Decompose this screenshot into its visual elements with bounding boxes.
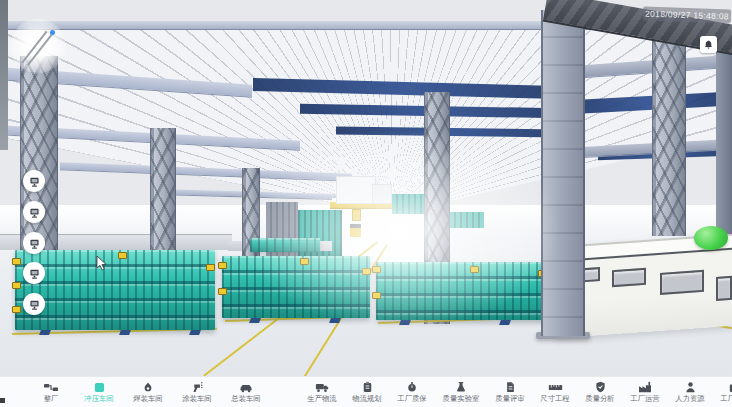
monitor-icon xyxy=(28,298,41,311)
distant-machine xyxy=(336,176,376,204)
mouse-cursor xyxy=(96,256,108,272)
yellow-fitting xyxy=(218,288,227,295)
tab-label: 人力资源 xyxy=(675,395,704,402)
yellow-fitting xyxy=(12,282,21,289)
yellow-fitting xyxy=(218,262,227,269)
person-icon xyxy=(685,381,696,393)
compass-widget[interactable] xyxy=(10,18,66,74)
tab-label: 工厂财务 xyxy=(720,395,732,402)
yellow-fitting xyxy=(118,252,127,259)
yellow-fitting xyxy=(300,258,309,265)
tab-label: 焊装车间 xyxy=(133,395,162,402)
foreground-steel-column xyxy=(541,10,585,336)
tab-label: 总装车间 xyxy=(231,395,260,402)
stamping-icon xyxy=(94,381,105,393)
teal-rack xyxy=(444,212,484,228)
tab-label: 冲压车间 xyxy=(84,395,113,402)
block-support-foot xyxy=(399,320,411,325)
tab-factory-operations[interactable]: 工厂运营 xyxy=(629,381,661,403)
teal-block-stack xyxy=(376,262,546,320)
corner-artifact xyxy=(0,398,5,403)
monitor-hotspot-button[interactable] xyxy=(23,293,45,315)
flask-icon xyxy=(455,381,467,393)
truck-icon xyxy=(315,381,329,393)
tab-label: 工厂运营 xyxy=(630,395,659,402)
tab-production-logistics[interactable]: 生产物流 xyxy=(306,381,338,403)
module-tabs-group: 生产物流 物流规划 工厂质保 质量实验室 xyxy=(306,381,732,403)
tab-factory-finance[interactable]: 工厂财务 xyxy=(719,381,732,403)
monitor-hotspot-button[interactable] xyxy=(23,201,45,223)
plant-overview-icon xyxy=(44,381,58,393)
compass-north-dot xyxy=(50,30,55,35)
office-window xyxy=(716,276,732,301)
block-support-foot xyxy=(39,330,51,335)
workshop-tabs-group: 整厂 冲压车间 焊装车间 涂装车间 xyxy=(36,381,262,403)
tab-label: 尺寸工程 xyxy=(540,395,569,402)
tab-stamping-workshop[interactable]: 冲压车间 xyxy=(83,381,115,403)
paint-spray-icon xyxy=(191,381,204,393)
clipboard-icon xyxy=(362,381,373,393)
block-support-foot xyxy=(329,318,341,323)
shield-icon xyxy=(595,381,606,393)
office-window xyxy=(660,270,704,295)
teal-block-stack xyxy=(250,238,320,252)
tab-quality-review[interactable]: 质量评审 xyxy=(494,381,526,403)
tab-quality-laboratory[interactable]: 质量实验室 xyxy=(441,381,481,403)
scene-3d-viewport[interactable]: 2018/09/27 15:48:08 xyxy=(0,0,732,376)
left-edge-column xyxy=(0,0,8,150)
block-support-foot xyxy=(189,330,201,335)
block-support-foot xyxy=(499,320,511,325)
steel-lattice-column xyxy=(652,24,686,236)
tab-label: 工厂质保 xyxy=(397,395,426,402)
tab-label: 质量评审 xyxy=(495,395,524,402)
welding-flame-icon xyxy=(142,381,154,393)
teal-block-stack xyxy=(222,256,370,318)
compass-needle xyxy=(21,31,47,64)
tab-welding-workshop[interactable]: 焊装车间 xyxy=(132,381,164,403)
teal-block-stack xyxy=(15,250,215,330)
tab-dimensional-engineering[interactable]: 尺寸工程 xyxy=(539,381,571,403)
monitor-hotspot-button[interactable] xyxy=(23,262,45,284)
roof-apex-beam xyxy=(0,21,590,30)
assembly-car-icon xyxy=(239,381,253,393)
tab-plant-overview[interactable]: 整厂 xyxy=(36,381,66,403)
yellow-fitting xyxy=(206,264,215,271)
monitor-hotspot-button[interactable] xyxy=(23,232,45,254)
block-support-foot xyxy=(119,330,131,335)
stopwatch-icon xyxy=(406,381,418,393)
ruler-icon xyxy=(548,381,563,393)
tab-label: 涂装车间 xyxy=(182,395,211,402)
monitor-icon xyxy=(28,175,41,188)
bottom-toolbar: 整厂 冲压车间 焊装车间 涂装车间 xyxy=(0,376,732,407)
distant-machine xyxy=(372,184,392,204)
notification-bell-button[interactable] xyxy=(700,36,717,53)
monitor-icon xyxy=(28,206,41,219)
tab-logistics-planning[interactable]: 物流规划 xyxy=(351,381,383,403)
poi-marker-green[interactable] xyxy=(694,226,728,250)
tab-label: 质量分析 xyxy=(585,395,614,402)
teal-rack xyxy=(392,194,428,214)
tab-label: 物流规划 xyxy=(352,395,381,402)
tab-label: 生产物流 xyxy=(307,395,336,402)
tab-human-resources[interactable]: 人力资源 xyxy=(674,381,706,403)
monitor-hotspot-button[interactable] xyxy=(23,170,45,192)
yellow-fitting xyxy=(470,266,479,273)
monitor-icon xyxy=(28,267,41,280)
tab-quality-analysis[interactable]: 质量分析 xyxy=(584,381,616,403)
crane-hoist xyxy=(352,209,361,221)
monitor-icon xyxy=(28,237,41,250)
tab-label: 整厂 xyxy=(44,395,59,402)
tab-assembly-workshop[interactable]: 总装车间 xyxy=(230,381,262,403)
yellow-fitting xyxy=(372,292,381,299)
right-edge-column xyxy=(716,34,732,234)
digital-twin-app: 2018/09/27 15:48:08 整厂 冲压车间 xyxy=(0,0,732,407)
forklift xyxy=(350,224,361,237)
tab-factory-quality-assurance[interactable]: 工厂质保 xyxy=(396,381,428,403)
yellow-fitting xyxy=(12,306,21,313)
office-window xyxy=(612,268,646,287)
briefcase-icon xyxy=(729,381,732,393)
tab-painting-workshop[interactable]: 涂装车间 xyxy=(181,381,213,403)
yellow-fitting xyxy=(362,268,371,275)
factory-icon xyxy=(638,381,652,393)
yellow-fitting xyxy=(372,266,381,273)
